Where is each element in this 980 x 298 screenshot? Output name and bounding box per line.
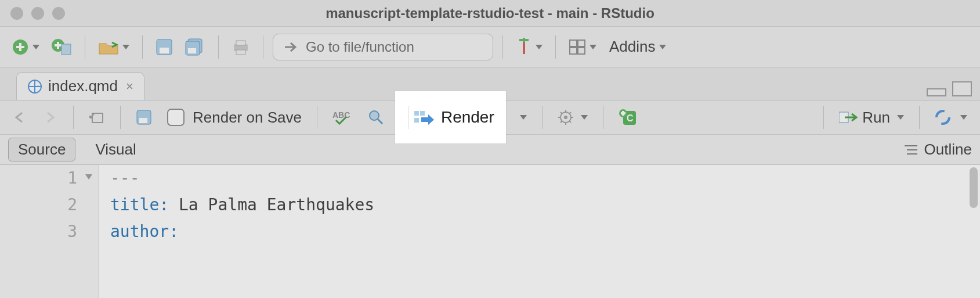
git-button[interactable] (512, 34, 546, 60)
svg-rect-17 (523, 38, 525, 42)
code-area[interactable]: ---title: La Palma Earthquakesauthor: (110, 165, 971, 245)
addins-menu[interactable]: Addins (609, 38, 666, 56)
toolbar-separator (408, 106, 408, 129)
addins-label: Addins (609, 38, 656, 56)
render-on-save-checkbox[interactable]: Render on Save (162, 105, 306, 130)
toolbar-separator (823, 106, 824, 129)
line-gutter: 123 (0, 165, 99, 298)
save-all-button[interactable] (181, 34, 209, 60)
close-window-button[interactable] (10, 7, 23, 20)
svg-rect-20 (570, 48, 577, 54)
file-tab-label: index.qmd (48, 77, 118, 95)
toolbar-separator (73, 106, 74, 129)
minimize-pane-button[interactable] (927, 88, 946, 96)
save-button[interactable] (152, 34, 176, 60)
render-button[interactable]: Render (395, 91, 506, 143)
editor-toolbar: Render on Save ABC Render C Run (0, 100, 980, 135)
line-number: 2 (0, 192, 77, 218)
forward-button[interactable] (38, 105, 63, 130)
arrow-right-icon (284, 41, 298, 53)
save-document-button[interactable] (131, 105, 157, 130)
svg-text:ABC: ABC (332, 110, 350, 120)
window-controls (10, 7, 65, 20)
render-label: Render (441, 108, 494, 127)
file-tab-index-qmd[interactable]: index.qmd × (16, 72, 144, 100)
svg-point-33 (564, 116, 567, 119)
svg-line-41 (569, 112, 571, 114)
run-button[interactable]: Run (834, 105, 909, 130)
svg-rect-6 (62, 44, 71, 55)
chevron-down-icon (32, 45, 39, 49)
chevron-down-icon (659, 45, 666, 49)
window-titlebar: manuscript-template-rstudio-test - main … (0, 0, 980, 27)
quarto-file-icon (27, 78, 42, 95)
toolbar-separator (85, 35, 85, 59)
close-tab-button[interactable]: × (126, 79, 133, 94)
visual-mode-button[interactable]: Visual (86, 138, 145, 161)
source-mode-button[interactable]: Source (8, 138, 75, 161)
print-button[interactable] (228, 34, 254, 60)
open-file-button[interactable] (95, 34, 133, 60)
outline-button[interactable]: Outline (903, 141, 972, 159)
svg-point-27 (370, 111, 379, 120)
toolbar-separator (542, 106, 543, 129)
source-mode-label: Source (18, 141, 66, 158)
code-editor[interactable]: 123 ---title: La Palma Earthquakesauthor… (0, 165, 980, 298)
checkbox-icon (167, 109, 185, 126)
run-icon (839, 110, 859, 125)
goto-file-function-input[interactable]: Go to file/function (273, 34, 493, 60)
svg-rect-46 (621, 112, 625, 114)
maximize-pane-button[interactable] (952, 81, 972, 96)
svg-rect-31 (420, 111, 425, 116)
svg-rect-13 (236, 41, 245, 45)
chevron-down-icon (581, 115, 588, 120)
toolbar-separator (218, 35, 219, 59)
toolbar-separator (603, 106, 603, 129)
insert-chunk-button[interactable]: C (614, 105, 642, 130)
zoom-window-button[interactable] (52, 7, 65, 20)
code-line[interactable]: --- (110, 165, 971, 192)
back-button[interactable] (8, 105, 32, 130)
chevron-down-icon (590, 45, 596, 49)
new-file-button[interactable] (8, 34, 43, 60)
fold-icon[interactable] (85, 174, 92, 179)
outline-icon (903, 143, 918, 156)
toolbar-separator (919, 106, 920, 129)
svg-line-28 (378, 119, 382, 124)
svg-rect-2 (16, 46, 24, 48)
code-line[interactable]: title: La Palma Earthquakes (110, 192, 971, 218)
svg-rect-5 (55, 44, 62, 46)
spellcheck-button[interactable]: ABC (328, 105, 357, 130)
svg-rect-8 (160, 48, 169, 53)
toolbar-separator (317, 106, 317, 129)
svg-rect-29 (414, 111, 419, 116)
find-replace-button[interactable] (363, 105, 389, 130)
minimize-window-button[interactable] (31, 7, 44, 20)
chevron-down-icon (122, 45, 129, 49)
goto-placeholder: Go to file/function (306, 39, 414, 55)
gear-icon (558, 109, 574, 125)
svg-rect-30 (414, 118, 419, 123)
svg-rect-14 (236, 50, 245, 55)
svg-line-39 (569, 121, 571, 123)
visual-mode-label: Visual (95, 141, 136, 158)
show-in-new-window-button[interactable] (84, 105, 110, 130)
publish-button[interactable] (930, 105, 972, 130)
line-number: 3 (0, 218, 77, 245)
svg-line-38 (560, 112, 562, 114)
outline-label: Outline (924, 141, 972, 159)
svg-rect-21 (578, 48, 585, 54)
svg-line-40 (560, 121, 562, 123)
svg-rect-19 (578, 40, 585, 46)
render-dropdown[interactable] (512, 105, 531, 130)
panes-button[interactable] (565, 34, 600, 60)
svg-rect-11 (188, 48, 196, 53)
toolbar-separator (142, 35, 143, 59)
chevron-down-icon (960, 115, 967, 120)
chevron-down-icon (897, 115, 904, 120)
vertical-scrollbar[interactable] (970, 167, 978, 208)
toolbar-separator (120, 106, 121, 129)
new-project-button[interactable] (48, 34, 75, 60)
code-line[interactable]: author: (110, 218, 971, 245)
settings-button[interactable] (553, 105, 592, 130)
